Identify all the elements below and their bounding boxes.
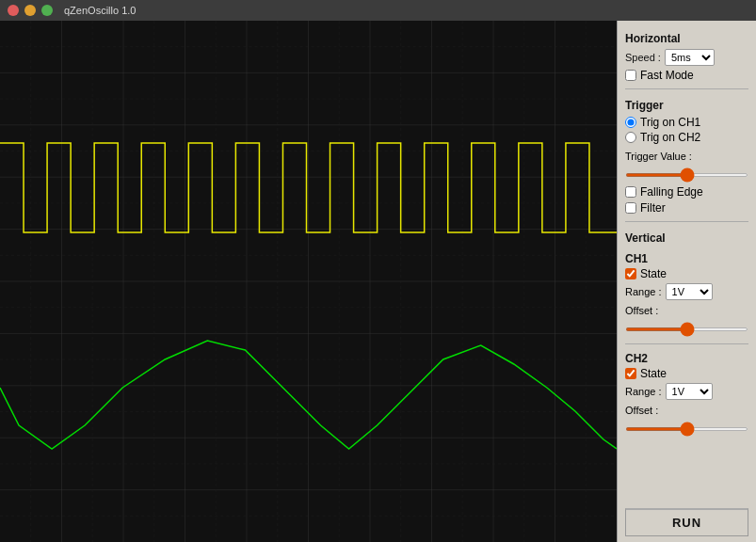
ch1-range-row: Range : 100mV 200mV 500mV 1V 2V 5V [625,283,748,300]
speed-row: Speed : 1ms 2ms 5ms 10ms 20ms 50ms [625,49,748,66]
trigger-value-label: Trigger Value : [625,151,692,162]
ch2-offset-slider[interactable] [625,427,748,431]
close-button[interactable] [8,5,19,16]
falling-edge-row: Falling Edge [625,185,748,199]
ch2-state-row: State [625,367,748,380]
ch1-offset-slider-container [625,321,748,334]
run-button[interactable]: RUN [625,508,748,536]
filter-row: Filter [625,201,748,215]
divider-2 [625,221,748,222]
divider-3 [625,343,748,344]
filter-label: Filter [640,201,666,215]
trigger-value-container: Trigger Value : [625,150,748,185]
trig-ch1-row: Trig on CH1 [625,116,748,129]
fast-mode-checkbox[interactable] [625,70,636,81]
main-layout: Horizontal Speed : 1ms 2ms 5ms 10ms 20ms… [0,21,756,542]
fast-mode-label: Fast Mode [640,69,694,82]
divider-1 [625,88,748,89]
minimize-button[interactable] [24,5,36,16]
trig-ch2-radio[interactable] [625,132,636,143]
trigger-slider[interactable] [625,173,748,177]
speed-label: Speed : [625,52,661,63]
trigger-title: Trigger [625,99,748,112]
waveform-svg [0,21,617,542]
vertical-title: Vertical [625,231,748,245]
ch2-label: CH2 [625,352,748,365]
trig-ch1-label: Trig on CH1 [640,116,700,129]
ch2-range-select[interactable]: 100mV 200mV 500mV 1V 2V 5V [666,383,713,400]
app-title: qZenOscillo 1.0 [64,5,136,16]
fast-mode-row: Fast Mode [625,69,748,82]
ch2-offset-slider-container [625,421,748,434]
ch1-offset-label: Offset : [625,305,658,316]
ch1-state-row: State [625,267,748,280]
speed-select[interactable]: 1ms 2ms 5ms 10ms 20ms 50ms [665,49,715,66]
falling-edge-checkbox[interactable] [625,186,636,198]
horizontal-title: Horizontal [625,32,748,45]
trig-ch2-row: Trig on CH2 [625,131,748,144]
trig-ch1-radio[interactable] [625,117,636,128]
filter-checkbox[interactable] [625,202,636,214]
ch2-offset-container: Offset : [625,404,748,439]
ch2-offset-label: Offset : [625,405,658,416]
ch2-state-checkbox[interactable] [625,368,636,379]
ch1-state-checkbox[interactable] [625,268,636,279]
ch1-label: CH1 [625,252,748,265]
right-panel: Horizontal Speed : 1ms 2ms 5ms 10ms 20ms… [617,21,756,542]
ch1-offset-slider[interactable] [625,327,748,331]
oscilloscope-canvas [0,21,617,542]
ch2-range-label: Range : [625,386,662,397]
trigger-slider-container [625,167,748,180]
ch1-range-select[interactable]: 100mV 200mV 500mV 1V 2V 5V [666,283,713,300]
ch2-state-label: State [640,367,667,380]
ch1-state-label: State [640,267,667,280]
ch1-offset-container: Offset : [625,304,748,340]
titlebar: qZenOscillo 1.0 [0,0,756,21]
maximize-button[interactable] [41,5,53,16]
ch1-range-label: Range : [625,286,662,297]
falling-edge-label: Falling Edge [640,185,703,199]
trig-ch2-label: Trig on CH2 [640,131,700,144]
ch2-range-row: Range : 100mV 200mV 500mV 1V 2V 5V [625,383,748,400]
